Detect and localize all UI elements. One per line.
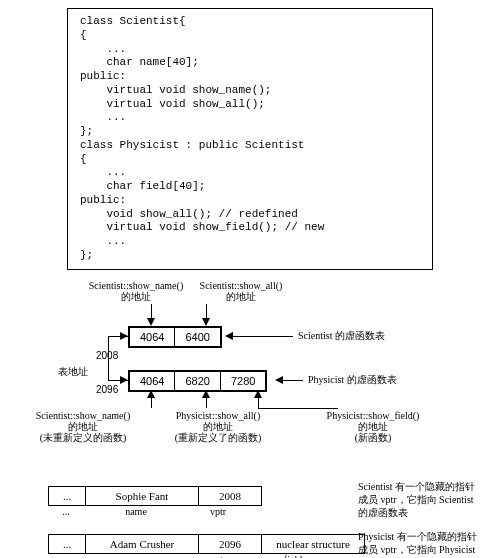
side-text-sci: Scientist 有一个隐藏的指针成员 vptr，它指向 Scientist … bbox=[358, 480, 478, 519]
caption-sci-vtable: Scientist 的虚函数表 bbox=[298, 330, 408, 341]
obj-cell: Sophie Fant bbox=[86, 487, 199, 505]
sub-label: ... bbox=[54, 554, 78, 559]
vtable-diagram: Scientist::show_name()的地址 Scientist::sho… bbox=[8, 280, 492, 480]
sub-label: vptr bbox=[193, 506, 243, 517]
vtable-cell: 6820 bbox=[175, 372, 220, 390]
caption-phy-vtable: Physicist 的虚函数表 bbox=[308, 374, 418, 385]
sub-label: ... bbox=[54, 506, 78, 517]
vtable-cell: 4064 bbox=[130, 328, 175, 346]
adam-object: ... Adam Crusher 2096 nuclear structure bbox=[48, 534, 365, 554]
note-sci-show-name: Scientist::show_name()的地址(未重新定义的函数) bbox=[18, 410, 148, 443]
vtable-cell: 7280 bbox=[221, 372, 265, 390]
side-text-phy: Physicist 有一个隐藏的指针成员 vptr，它指向 Physicist … bbox=[358, 530, 478, 559]
obj-cell: nuclear structure bbox=[262, 535, 364, 553]
label-sci-show-all: Scientist::show_all()的地址 bbox=[186, 280, 296, 302]
physicist-vtable: 4064 6820 7280 bbox=[128, 370, 267, 392]
obj-cell: ... bbox=[49, 535, 86, 553]
sub-label: name bbox=[86, 554, 186, 559]
sophie-object: ... Sophie Fant 2008 bbox=[48, 486, 262, 506]
label-sci-show-name: Scientist::show_name()的地址 bbox=[76, 280, 196, 302]
vtable-cell: 4064 bbox=[130, 372, 175, 390]
addr-2096: 2096 bbox=[96, 384, 118, 395]
sub-label: vptr bbox=[193, 554, 243, 559]
code-block: class Scientist{ { ... char name[40]; pu… bbox=[67, 8, 433, 270]
sub-label: name bbox=[86, 506, 186, 517]
obj-cell: ... bbox=[49, 487, 86, 505]
sub-label: field bbox=[248, 554, 338, 559]
obj-cell: 2008 bbox=[199, 487, 261, 505]
obj-cell: 2096 bbox=[199, 535, 262, 553]
object-diagram: ... Sophie Fant 2008 ... name vptr Scien… bbox=[8, 480, 492, 559]
obj-cell: Adam Crusher bbox=[86, 535, 199, 553]
scientist-vtable: 4064 6400 bbox=[128, 326, 222, 348]
vtable-cell: 6400 bbox=[175, 328, 219, 346]
note-phy-show-all: Physicist::show_all()的地址(重新定义了的函数) bbox=[158, 410, 278, 443]
note-phy-show-field: Physicist::show_field()的地址(新函数) bbox=[308, 410, 438, 443]
label-table-addr: 表地址 bbox=[58, 366, 88, 377]
